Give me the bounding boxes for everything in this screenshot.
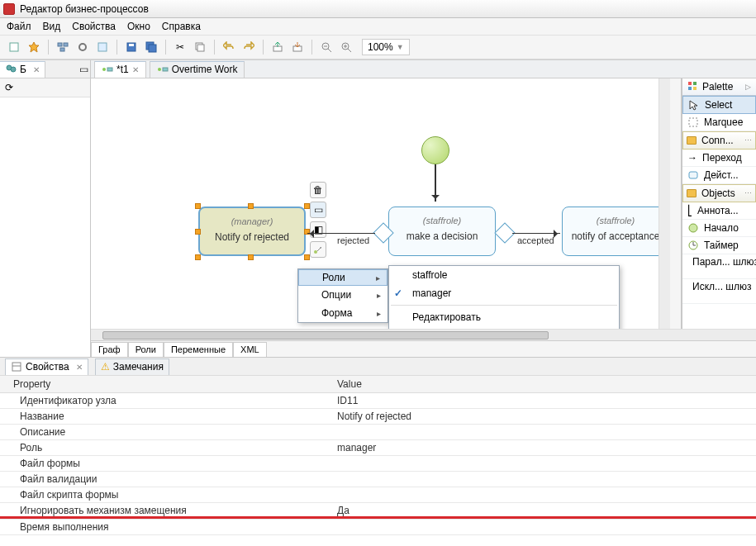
editor-tab-overtime[interactable]: Overtime Work	[150, 61, 245, 78]
props-value	[330, 472, 756, 487]
quick-action-icon[interactable]: ▭	[310, 202, 326, 218]
vertical-scrollbar[interactable]	[659, 78, 670, 329]
props-value: Notify of rejected	[330, 409, 756, 424]
palette-group-connections[interactable]: Conn...⋯	[682, 131, 756, 150]
task-notify-acceptance[interactable]: (staffrole) notify of acceptance	[562, 207, 659, 256]
undo-icon[interactable]	[220, 38, 238, 56]
svg-rect-32	[688, 87, 692, 90]
palette-timer[interactable]: Таймер	[682, 237, 756, 254]
props-row[interactable]: Файл скрипта формы	[0, 487, 756, 503]
delete-icon[interactable]: 🗑	[310, 182, 326, 198]
palette-select[interactable]: Select	[682, 96, 756, 114]
save-icon[interactable]	[122, 38, 140, 56]
svg-rect-10	[149, 45, 156, 52]
zoom-out-icon[interactable]	[317, 38, 335, 56]
layout-icon[interactable]	[54, 38, 72, 56]
props-key: Время выполнения	[0, 520, 330, 534]
props-view-tabs: Свойства ✕ ⚠ Замечания	[0, 357, 756, 375]
zoom-combo[interactable]: 100%▼	[362, 39, 410, 55]
props-row[interactable]: Файл формы	[0, 456, 756, 472]
minimize-icon[interactable]: ▭	[77, 63, 90, 76]
close-icon[interactable]: ✕	[76, 363, 83, 372]
export-icon[interactable]	[269, 38, 287, 56]
btab-xml[interactable]: XML	[233, 342, 267, 357]
save-all-icon[interactable]	[142, 38, 160, 56]
svg-rect-25	[107, 68, 112, 71]
ctx-form[interactable]: Форма	[298, 304, 388, 322]
zoom-in-icon[interactable]	[337, 38, 355, 56]
edge-rejected[interactable]	[307, 233, 375, 234]
props-row[interactable]: Идентификатор узлаID11	[0, 393, 756, 409]
close-icon[interactable]: ✕	[33, 65, 40, 74]
palette-parallel-gateway[interactable]: Парал... шлюз	[682, 254, 756, 279]
task-notify-rejected[interactable]: (manager) Notify of rejected	[198, 207, 306, 256]
close-icon[interactable]: ✕	[132, 65, 139, 74]
svg-rect-33	[693, 87, 697, 90]
folder-icon	[687, 136, 697, 145]
people-icon	[5, 64, 17, 75]
btab-graph[interactable]: Граф	[91, 342, 128, 357]
palette-start[interactable]: Начало	[682, 220, 756, 237]
props-value	[330, 487, 756, 502]
btab-roles[interactable]: Роли	[128, 342, 164, 357]
start-node[interactable]	[421, 136, 449, 164]
palette-transition[interactable]: →Переход	[682, 150, 756, 167]
ctx-options[interactable]: Опции	[298, 286, 388, 304]
svg-point-24	[102, 68, 106, 71]
redo-icon[interactable]	[240, 38, 258, 56]
editor-tab-t1[interactable]: *t1 ✕	[94, 61, 146, 78]
preview-icon[interactable]	[93, 38, 112, 56]
palette-annotation[interactable]: ⎣Аннота...	[682, 202, 756, 220]
ctx-roles[interactable]: Роли	[298, 269, 388, 286]
props-row[interactable]: Файл валидации	[0, 472, 756, 487]
main-toolbar: ✂ 100%▼	[0, 36, 756, 59]
ctx-role-manager[interactable]: ✓manager	[389, 284, 619, 302]
new-icon[interactable]	[5, 38, 23, 56]
task-make-decision[interactable]: (staffrole) make a decision	[388, 207, 496, 256]
task-label: make a decision	[389, 230, 495, 242]
import-icon[interactable]	[288, 38, 307, 56]
props-tab[interactable]: Свойства ✕	[5, 358, 88, 375]
left-panel-tab[interactable]: Б ✕	[0, 61, 45, 78]
btab-vars[interactable]: Переменные	[164, 342, 233, 357]
zoom-value: 100%	[368, 41, 393, 53]
props-row[interactable]: Игнорировать механизм замещенияДа	[0, 503, 756, 520]
edge-accepted[interactable]	[512, 233, 560, 234]
app-title: Редактор бизнес-процессов	[20, 3, 149, 15]
svg-point-36	[689, 224, 697, 232]
copy-icon[interactable]	[191, 38, 209, 56]
palette-exclusive-gateway[interactable]: Искл... шлюз	[682, 279, 756, 304]
props-key: Игнорировать механизм замещения	[0, 503, 330, 519]
horizontal-scrollbar[interactable]	[91, 329, 756, 340]
edge-start	[435, 164, 436, 202]
cut-icon[interactable]: ✂	[171, 38, 189, 56]
props-row[interactable]: Описание	[0, 425, 756, 440]
menu-view[interactable]: Вид	[43, 21, 61, 32]
palette-action[interactable]: Дейст...	[682, 167, 756, 184]
menu-help[interactable]: Справка	[162, 21, 201, 32]
ctx-edit[interactable]: Редактировать	[389, 308, 619, 326]
ctx-role-staffrole[interactable]: staffrole	[389, 266, 619, 284]
palette-header[interactable]: Palette ▷	[682, 78, 756, 96]
palette-marquee[interactable]: Marquee	[682, 114, 756, 131]
palette-icon	[687, 81, 699, 93]
props-value: manager	[330, 440, 756, 455]
title-bar: Редактор бизнес-процессов	[0, 0, 756, 18]
props-row[interactable]: НазваниеNotify of rejected	[0, 409, 756, 425]
task-role: (manager)	[200, 216, 304, 226]
diagram-canvas[interactable]: (manager) Notify of rejected 🗑 ▭ ◧	[91, 78, 659, 329]
props-row[interactable]: Рольmanager	[0, 440, 756, 456]
menu-properties[interactable]: Свойства	[72, 21, 116, 32]
notes-tab[interactable]: ⚠ Замечания	[95, 358, 169, 375]
quick-connect-icon[interactable]	[310, 241, 326, 258]
svg-marker-1	[29, 42, 39, 52]
menu-file[interactable]: Файл	[7, 21, 31, 32]
menu-window[interactable]: Окно	[127, 21, 150, 32]
gear-icon[interactable]	[74, 38, 92, 56]
refresh-icon[interactable]: ⟳	[2, 80, 17, 95]
star-icon[interactable]	[25, 38, 43, 56]
props-row[interactable]: Время выполнения	[0, 520, 756, 535]
props-key: Файл валидации	[0, 472, 330, 487]
palette-group-objects[interactable]: Objects⋯	[682, 184, 756, 202]
warning-icon: ⚠	[101, 361, 110, 373]
